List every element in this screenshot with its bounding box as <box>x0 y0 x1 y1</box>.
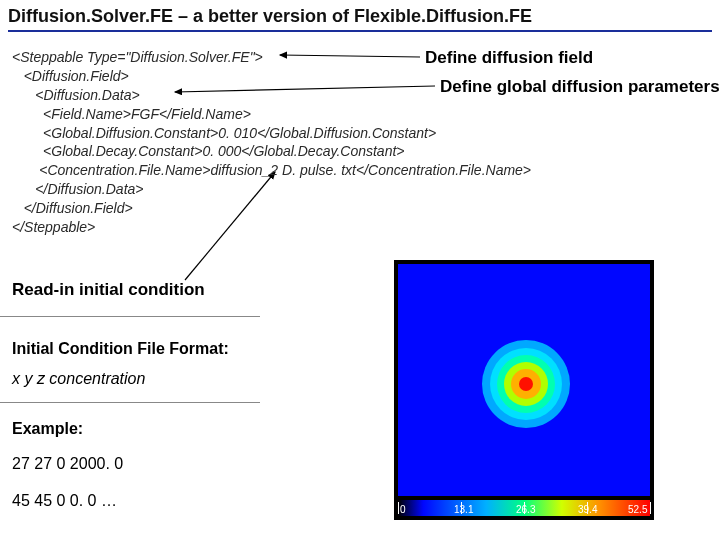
colorbar-label: 26.3 <box>516 504 535 515</box>
code-line: <Steppable Type="Diffusion.Solver.FE"> <box>12 49 263 65</box>
example-line-1: 27 27 0 2000. 0 <box>12 455 123 473</box>
diffusion-heatmap: 0 13.1 26.3 39.4 52.5 <box>394 260 654 520</box>
annotation-readin: Read-in initial condition <box>12 280 205 300</box>
ic-file-format-heading: Initial Condition File Format: <box>12 340 229 358</box>
code-line: <Global.Decay.Constant>0. 000</Global.De… <box>12 143 405 159</box>
colorbar-tick <box>398 502 399 514</box>
separator-line <box>0 402 260 403</box>
code-line: </Diffusion.Data> <box>12 181 144 197</box>
example-line-2: 45 45 0 0. 0 … <box>12 492 117 510</box>
code-line: </Diffusion.Field> <box>12 200 133 216</box>
code-line: <Diffusion.Data> <box>12 87 140 103</box>
code-line: <Diffusion.Field> <box>12 68 129 84</box>
code-line: <Concentration.File.Name>diffusion_2 D. … <box>12 162 531 178</box>
heat-core <box>519 377 533 391</box>
code-line: <Field.Name>FGF</Field.Name> <box>12 106 251 122</box>
colorbar-label: 52.5 <box>628 504 647 515</box>
colorbar-tick <box>650 502 651 514</box>
colorbar-label: 39.4 <box>578 504 597 515</box>
example-heading: Example: <box>12 420 83 438</box>
code-line: <Global.Diffusion.Constant>0. 010</Globa… <box>12 125 436 141</box>
colorbar-label: 0 <box>400 504 406 515</box>
separator-line <box>0 316 260 317</box>
xml-code-block: <Steppable Type="Diffusion.Solver.FE"> <… <box>12 48 531 237</box>
code-line: </Steppable> <box>12 219 95 235</box>
ic-file-format: x y z concentration <box>12 370 145 388</box>
heatmap-field <box>398 264 650 496</box>
colorbar-label: 13.1 <box>454 504 473 515</box>
